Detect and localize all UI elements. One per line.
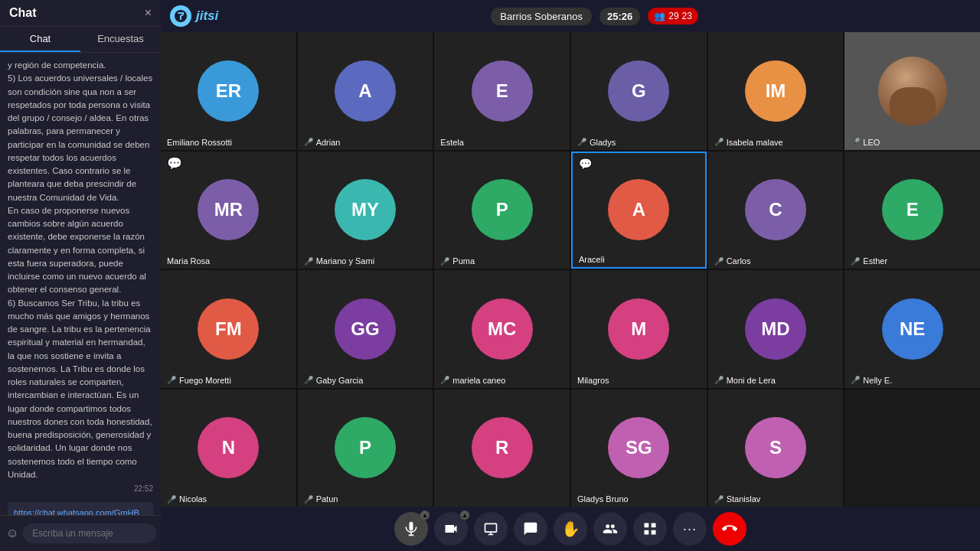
participant-name: Esther [863,256,887,266]
video-cell-patun[interactable]: P 🎤 Patun [298,390,433,507]
tab-chat[interactable]: Chat [0,27,80,52]
participants-extra: 23 [682,11,692,21]
mic-icon: 🎤 [167,376,176,384]
chat-message-1: y región de competencia.5) Los acuerdos … [8,59,153,494]
mic-icon: 🎤 [851,257,860,266]
more-button[interactable]: ··· [673,512,707,546]
chat-button[interactable] [514,512,547,546]
mic-icon: 🎤 [304,376,313,384]
participant-name: Mariano y Sami [316,256,374,266]
participant-name: Puma [452,256,475,266]
mic-chevron[interactable]: ▲ [420,510,430,520]
camera-btn-wrapper: ▲ [434,512,468,546]
chat-message-link: https://chat.whatsapp.com/GmHBWx9bjM4Lmw… [8,502,153,515]
mic-icon: 🎤 [167,495,176,504]
main-area: jitsi Barrios Soberanos 25:26 👥 29 23 ER… [161,0,980,551]
speaker-indicator: 💬 [167,156,182,171]
video-cell-r[interactable]: R [434,390,570,507]
mic-icon: 🎤 [304,138,313,146]
participant-name: Stanislav [727,494,761,504]
participants-number: 29 [668,11,678,21]
participants-count: 👥 29 23 [648,8,698,24]
video-cell-n[interactable]: N 🎤 Nicolas [161,390,296,507]
meeting-timer: 25:26 [599,8,640,25]
mic-btn-wrapper: ▲ [394,512,428,546]
participant-name: Isabela malave [727,138,783,147]
mic-icon: 🎤 [714,376,724,384]
video-cell-empty [844,390,980,507]
participant-name: Adrian [316,138,341,147]
video-cell-p1[interactable]: P 🎤 Puma [434,152,570,269]
video-cell-my[interactable]: MY 🎤 Mariano y Sami [298,152,433,269]
video-cell-m[interactable]: M Milagros [571,270,707,388]
mic-icon: 🎤 [714,138,724,146]
participant-name: LEO [863,138,880,147]
mic-icon: 🎤 [304,257,313,266]
video-cell-s[interactable]: S 🎤 Stanislav [708,390,844,507]
chat-title: Chat [9,6,37,20]
video-grid: ER Emiliano Rossotti A 🎤 Adrian E Estela… [161,32,980,507]
participant-name: Fuego Moretti [179,376,231,385]
screen-share-button[interactable] [474,512,508,546]
tab-encuestas[interactable]: Encuestas [80,27,161,52]
chat-input-area: ☺ ► [0,515,161,551]
participant-name: Gladys Bruno [577,494,629,504]
participant-name: Gaby Garcia [316,376,364,385]
chat-close-button[interactable]: × [145,6,152,20]
chat-message-input[interactable] [23,523,156,543]
chat-messages[interactable]: y región de competencia.5) Los acuerdos … [0,53,161,515]
participant-name: Maria Rosa [167,256,210,266]
video-cell-im[interactable]: IM 🎤 Isabela malave [708,32,844,150]
participant-name: Nicolas [179,494,207,504]
video-cell-md[interactable]: MD 🎤 Moni de Lera [708,270,844,388]
video-cell-araceli[interactable]: 💬 A Araceli [571,152,707,269]
participant-name: Patun [316,494,338,504]
video-cell-a1[interactable]: A 🎤 Adrian [298,32,433,150]
bottom-toolbar: ▲ ▲ ✋ ··· [161,507,980,551]
video-cell-leo[interactable]: 🎤 LEO [844,32,980,150]
mic-icon: 🎤 [714,257,724,266]
participants-button[interactable] [593,512,627,546]
video-cell-e1[interactable]: E Estela [434,32,570,150]
video-cell-esther[interactable]: E 🎤 Esther [844,152,980,269]
participant-name: Araceli [579,255,605,264]
video-cell-ne[interactable]: NE 🎤 Nelly E. [844,270,980,388]
jitsi-logo-text: jitsi [196,8,218,24]
mic-icon: 🎤 [851,376,860,384]
video-cell-sg[interactable]: SG Gladys Bruno [571,390,707,507]
mic-icon: 🎤 [440,257,449,266]
mic-icon: 🎤 [577,138,586,146]
top-bar: jitsi Barrios Soberanos 25:26 👥 29 23 [161,0,980,32]
grid-view-button[interactable] [633,512,667,546]
participant-name: Nelly E. [863,376,892,385]
participant-name: Carlos [727,256,751,266]
participant-name: Emiliano Rossotti [167,138,232,147]
video-cell-mr[interactable]: 💬 MR Maria Rosa [161,152,296,269]
participant-name: Gladys [590,138,616,147]
leave-call-button[interactable] [713,512,746,546]
mic-icon: 🎤 [851,138,860,146]
chat-header: Chat × [0,0,161,27]
participant-name: Milagros [577,376,609,385]
chat-sidebar: Chat × Chat Encuestas y región de compet… [0,0,161,551]
top-bar-center: Barrios Soberanos 25:26 👥 29 23 [218,8,971,25]
video-cell-fm[interactable]: FM 🎤 Fuego Moretti [161,270,296,388]
video-cell-er[interactable]: ER Emiliano Rossotti [161,32,296,150]
meeting-name: Barrios Soberanos [491,8,592,25]
video-cell-g[interactable]: G 🎤 Gladys [571,32,707,150]
emoji-icon[interactable]: ☺ [6,527,18,540]
jitsi-logo: jitsi [170,5,218,27]
video-cell-carlos[interactable]: C 🎤 Carlos [708,152,844,269]
participant-name: Estela [440,138,464,147]
raise-hand-button[interactable]: ✋ [554,512,587,546]
camera-chevron[interactable]: ▲ [460,510,469,520]
mic-icon: 🎤 [714,495,724,504]
video-cell-mc[interactable]: MC 🎤 mariela caneo [434,270,570,388]
video-cell-gg[interactable]: GG 🎤 Gaby Garcia [298,270,433,388]
mic-icon: 🎤 [304,495,313,504]
chat-tabs: Chat Encuestas [0,27,161,53]
jitsi-logo-icon [170,5,191,27]
participant-name: mariela caneo [452,376,505,385]
mic-icon: 🎤 [440,376,449,384]
participant-name: Moni de Lera [727,376,776,385]
